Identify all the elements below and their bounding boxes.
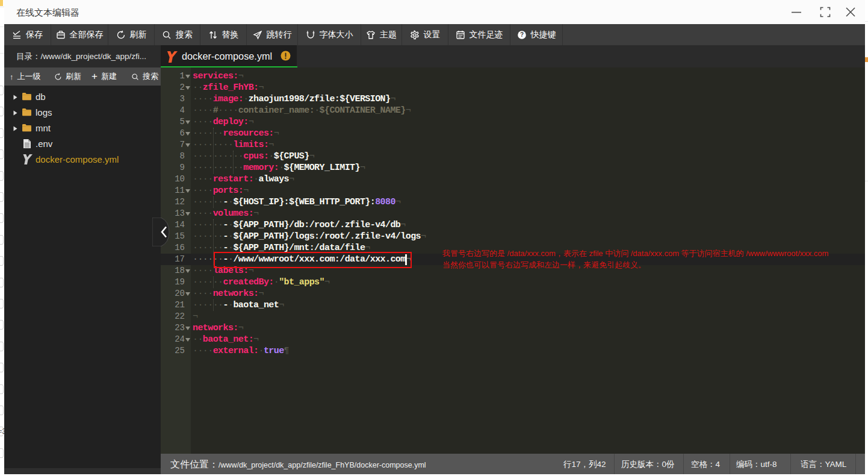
svg-text:?: ? xyxy=(519,31,523,38)
